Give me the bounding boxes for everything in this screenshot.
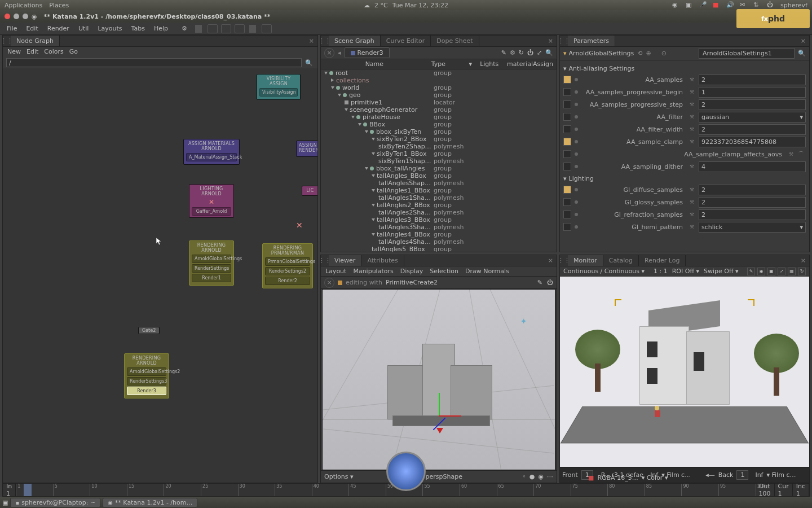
- param-enable-checkbox[interactable]: [563, 211, 571, 218]
- taskbar-terminal[interactable]: ▪ spherevfx@PClaptop: ~: [10, 498, 100, 507]
- param-enable-checkbox[interactable]: [563, 150, 571, 158]
- wrench-icon[interactable]: ⚒: [690, 164, 695, 169]
- scenegraph-row[interactable]: tallAngles4Sha…polymesh: [321, 238, 557, 246]
- expand-toggle-icon[interactable]: [331, 86, 334, 90]
- param-input[interactable]: 2: [699, 209, 806, 220]
- node-lighting-arnold[interactable]: LIGHTING ARNOLD ✕ Gaffer_Arnold: [189, 184, 234, 218]
- panel-close-icon[interactable]: ×: [797, 37, 809, 45]
- panel-close-icon[interactable]: ×: [545, 257, 557, 264]
- scenegraph-row[interactable]: sixByTen1Shap…polymesh: [321, 157, 557, 165]
- scenegraph-row[interactable]: tallAngles3_BBoxgroup: [321, 216, 557, 224]
- maximize-icon[interactable]: [23, 14, 28, 19]
- wrench-icon[interactable]: ⚒: [690, 102, 695, 107]
- wrench-icon[interactable]: ⚒: [690, 212, 695, 217]
- param-enable-checkbox[interactable]: [563, 138, 571, 146]
- scenegraph-row[interactable]: tallAngles5_BBoxgroup: [321, 246, 557, 252]
- tab-scenegraph[interactable]: Scene Graph: [329, 36, 381, 46]
- viewer-menu-manipulators[interactable]: Manipulators: [353, 268, 393, 275]
- expand-toggle-icon[interactable]: [372, 152, 375, 156]
- clear-button[interactable]: ×: [324, 278, 334, 288]
- power-icon[interactable]: ⏻: [527, 49, 533, 56]
- gear-icon[interactable]: ⚙: [178, 24, 191, 33]
- tab-nodegraph[interactable]: Node Graph: [11, 36, 60, 46]
- scenegraph-row[interactable]: bbox_sixByTengroup: [321, 128, 557, 135]
- wrench-icon[interactable]: ⚒: [789, 151, 795, 157]
- scenegraph-row[interactable]: sixByTen2_BBoxgroup: [321, 135, 557, 143]
- search-icon[interactable]: 🔍: [304, 58, 314, 67]
- scenegraph-row[interactable]: tallAngles4_BBoxgroup: [321, 231, 557, 238]
- panel-grip-icon[interactable]: ⋮⋮: [560, 257, 568, 264]
- scenegraph-row[interactable]: tallAngles1_BBoxgroup: [321, 187, 557, 194]
- panel-grip-icon[interactable]: ⋮⋮: [321, 37, 329, 45]
- monitor-swipe-dropdown[interactable]: Swipe Off ▾: [704, 268, 739, 275]
- param-enable-checkbox[interactable]: [563, 125, 571, 133]
- node-rendering-arnold-2[interactable]: RENDERING ARNOLD ArnoldGlobalSettings2 R…: [124, 353, 169, 398]
- camera-name[interactable]: perspShape: [425, 473, 462, 480]
- refresh-icon[interactable]: ↻: [519, 49, 524, 56]
- param-enable-checkbox[interactable]: [563, 113, 571, 121]
- active-node[interactable]: Render3: [345, 47, 390, 58]
- param-input[interactable]: 2: [699, 99, 806, 110]
- node-visibility-assign[interactable]: VISIBILITY ASSIGN VisibilityAssign: [257, 74, 301, 100]
- wrench-icon[interactable]: ⚒: [690, 187, 695, 192]
- scenegraph-row[interactable]: geogroup: [321, 91, 557, 99]
- viewer-tool-icon[interactable]: ⋯: [547, 473, 553, 480]
- link-icon[interactable]: ⊕: [646, 50, 651, 57]
- show-desktop-icon[interactable]: ▣: [2, 499, 8, 506]
- back-value[interactable]: 1: [736, 470, 748, 480]
- menu-tabs[interactable]: Tabs: [128, 24, 148, 33]
- nodegraph-search-input[interactable]: [6, 58, 302, 67]
- param-enable-checkbox[interactable]: [563, 163, 571, 170]
- scenegraph-row[interactable]: tallAngles2_BBoxgroup: [321, 202, 557, 209]
- wrench-icon[interactable]: ⚒: [690, 199, 695, 205]
- curve-icon[interactable]: ⌒: [798, 150, 806, 159]
- monitor-viewport[interactable]: [560, 277, 809, 467]
- menu-edit[interactable]: Edit: [23, 24, 41, 33]
- timeline-playhead[interactable]: [24, 484, 32, 496]
- wrench-icon[interactable]: ⚒: [690, 224, 695, 230]
- taskbar-katana[interactable]: ◉ ** Katana 1.2v1 - /hom…: [103, 498, 197, 507]
- param-input[interactable]: 2: [699, 124, 806, 135]
- expand-toggle-icon[interactable]: [372, 218, 375, 222]
- expand-toggle-icon[interactable]: [324, 72, 328, 75]
- param-dropdown[interactable]: gaussian▾: [699, 112, 806, 122]
- param-enable-checkbox[interactable]: [563, 223, 571, 231]
- tab-dope-sheet[interactable]: Dope Sheet: [431, 36, 479, 46]
- power-icon[interactable]: ⏻: [767, 1, 775, 9]
- viewer-menu-layout[interactable]: Layout: [325, 268, 346, 275]
- monitor-roi-dropdown[interactable]: ROI Off ▾: [672, 268, 699, 275]
- node-gate[interactable]: Gate2: [138, 327, 160, 334]
- expand-toggle-icon[interactable]: [345, 108, 348, 112]
- param-dropdown[interactable]: schlick▾: [699, 222, 806, 233]
- col-material[interactable]: materialAssign: [504, 59, 557, 69]
- menu-util[interactable]: Util: [75, 24, 92, 33]
- edit-icon[interactable]: ✎: [501, 49, 506, 56]
- scenegraph-row[interactable]: scenegraphGeneratorgroup: [321, 106, 557, 113]
- mic-icon[interactable]: 🎤: [699, 1, 707, 9]
- panel-grip-icon[interactable]: ⋮⋮: [3, 37, 11, 45]
- panel-close-icon[interactable]: ×: [545, 37, 557, 45]
- param-input[interactable]: 2: [699, 197, 806, 208]
- tab-catalog[interactable]: Catalog: [603, 255, 639, 266]
- wrench-icon[interactable]: ⚒: [690, 77, 695, 82]
- tab-parameters[interactable]: Parameters: [568, 36, 615, 46]
- monitor-tool-icon[interactable]: ↻: [798, 268, 806, 275]
- param-input[interactable]: 4: [699, 161, 806, 172]
- expand-toggle-icon[interactable]: [358, 123, 361, 126]
- param-input[interactable]: 2: [699, 75, 806, 85]
- scenegraph-row[interactable]: tallAnglesShap…polymesh: [321, 179, 557, 187]
- history-back-icon[interactable]: ◂: [338, 49, 341, 56]
- gear-icon[interactable]: ⚙: [510, 49, 515, 56]
- monitor-tool-icon[interactable]: ▦: [788, 268, 796, 275]
- scenegraph-row[interactable]: collections: [321, 77, 557, 84]
- node-assign-materials[interactable]: ASSIGN MATERIALS ARNOLD A_MaterialAssign…: [183, 139, 240, 165]
- scenegraph-row[interactable]: tallAngles3Sha…polymesh: [321, 224, 557, 231]
- expand-toggle-icon[interactable]: [372, 233, 375, 237]
- tab-viewer[interactable]: Viewer: [329, 255, 361, 266]
- wrench-icon[interactable]: ⚒: [690, 139, 695, 144]
- brush-icon[interactable]: ✎: [537, 279, 542, 286]
- section-antialiasing[interactable]: ▾Anti-aliasing Settings: [563, 63, 806, 73]
- minimize-icon[interactable]: [14, 14, 19, 19]
- tab-curve-editor[interactable]: Curve Editor: [381, 36, 431, 46]
- timeline-ruler[interactable]: 1510152025303540455055606570758085909510…: [16, 484, 755, 496]
